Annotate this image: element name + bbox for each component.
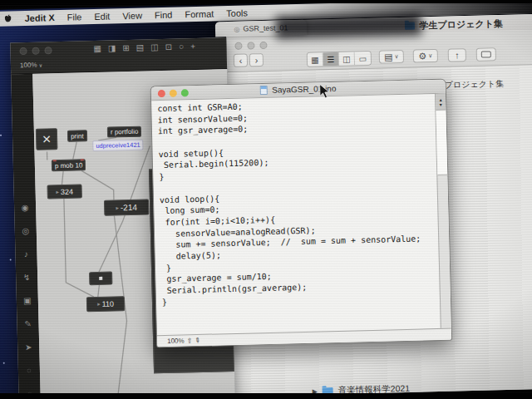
menu-file[interactable]: File — [67, 12, 82, 22]
number-box[interactable]: ▸ 324 — [47, 184, 81, 199]
scroll-arrows[interactable]: ▲ ▼ — [436, 94, 446, 111]
back-icon: ‹ — [239, 56, 242, 66]
edit-icon[interactable]: ✎ — [24, 319, 32, 328]
menu-tools[interactable]: Tools — [226, 7, 248, 18]
forward-button[interactable]: › — [249, 53, 264, 66]
photo-bottom-edge — [0, 393, 532, 399]
code-editor[interactable]: const int GSR=A0; int sensorValue=0; int… — [157, 96, 439, 334]
sphere-icon[interactable]: ◉ — [22, 203, 29, 212]
background-window-titlebar[interactable]: ◎ GSR_test_01 — [215, 20, 307, 37]
desktop-star — [10, 259, 12, 261]
forward-icon: › — [254, 55, 258, 65]
panel-icon[interactable]: ⊡ — [165, 42, 173, 52]
circle-icon[interactable]: ○ — [179, 42, 184, 51]
inlet-dot — [53, 160, 57, 161]
menu-view[interactable]: View — [122, 11, 142, 22]
gear-icon: ⚙ — [418, 51, 426, 62]
zoom-button[interactable] — [259, 42, 267, 49]
image-icon[interactable]: ▣ — [23, 296, 32, 305]
apple-icon[interactable] — [3, 13, 12, 23]
finder-window-controls — [234, 42, 267, 50]
finder-title-text: 学生プロジェクト集 — [419, 17, 503, 32]
menu-app-name[interactable]: Jedit X — [24, 12, 54, 23]
object-text: p mob 10 — [55, 161, 83, 170]
number-value: 324 — [61, 187, 73, 195]
add-object-icon[interactable]: ⊞ — [122, 43, 130, 52]
numbox-triangle-icon: ▸ — [116, 204, 119, 211]
mouse-cursor — [319, 83, 331, 102]
udpreceive-object[interactable]: udpreceive1421 — [92, 140, 144, 151]
back-button[interactable]: ‹ — [234, 53, 248, 66]
desktop-star — [3, 362, 5, 364]
photo-frame: Jedit X File Edit View Find Format Tools… — [0, 0, 532, 399]
close-button[interactable] — [19, 47, 27, 55]
object-icon[interactable]: ◨ — [108, 43, 116, 52]
finder-toolbar: ‹ › ▦ ☰ ◫ ▭ ▤∨ ⚙∨ ↑ — [226, 30, 532, 72]
plus-icon[interactable]: + — [190, 42, 195, 51]
group-menu-button[interactable]: ▤∨ — [379, 50, 404, 64]
object-text: r portfolio — [111, 128, 139, 136]
message-icon[interactable]: ▤ — [136, 43, 145, 52]
audio-icon[interactable]: ♪ — [24, 249, 28, 259]
minimize-button[interactable] — [247, 42, 254, 49]
sync-icon: ⇧ — [186, 337, 192, 344]
patcher-toolbar-icons: ▦ ◨ ⊞ ▤ ◫ ⊡ ○ + — [93, 42, 195, 53]
icon-view-icon: ▦ — [311, 55, 319, 64]
scrollbar-thumb[interactable] — [436, 111, 447, 175]
chevron-down-icon: ∨ — [428, 52, 432, 59]
target-icon[interactable]: ◎ — [22, 226, 29, 235]
numbox-triangle-icon: ▸ — [56, 189, 59, 195]
print-object[interactable]: print — [67, 130, 87, 142]
receive-object[interactable]: r portfolio — [107, 126, 142, 138]
menu-format[interactable]: Format — [185, 8, 214, 19]
object-text: print — [71, 132, 84, 140]
signal-icon[interactable]: ↯ — [23, 273, 31, 282]
icon-view-button[interactable]: ▦ — [308, 52, 323, 66]
document-icon — [260, 86, 268, 95]
dot-icon — [99, 277, 102, 280]
patcher-window-controls — [19, 47, 52, 55]
chevron-down-icon: ∨ — [39, 63, 43, 68]
close-button[interactable] — [234, 42, 242, 50]
small-object[interactable] — [89, 272, 112, 286]
proxy-icon: ◎ — [234, 25, 239, 32]
share-icon: ↑ — [455, 50, 460, 60]
status-zoom-level[interactable]: 100% — [167, 337, 185, 344]
number-box[interactable]: ▸ 110 — [86, 296, 125, 312]
zoom-button[interactable] — [44, 47, 52, 54]
number-value: -214 — [121, 203, 137, 212]
cursor-icon[interactable]: ➤ — [25, 342, 32, 352]
background-window-title: GSR_test_01 — [243, 23, 288, 32]
menu-edit[interactable]: Edit — [94, 12, 110, 22]
column-view-icon: ◫ — [342, 54, 351, 63]
share-button[interactable]: ↑ — [448, 48, 466, 62]
column-view-button[interactable]: ◫ — [339, 52, 355, 65]
tag-icon — [481, 51, 491, 57]
numbox-triangle-icon: ▸ — [97, 301, 101, 308]
editor-window: SayaGSR_01.ino ▲ ▼ const int GSR=A0; int… — [150, 79, 453, 348]
tags-button[interactable] — [476, 47, 496, 62]
pencil-icon: ✎ — [193, 336, 202, 345]
grid-icon[interactable]: ▦ — [93, 44, 101, 53]
list-view-icon: ☰ — [327, 54, 334, 63]
number-value: 110 — [101, 300, 114, 308]
group-icon: ▤ — [384, 52, 393, 62]
scroll-down-icon[interactable]: ▼ — [439, 101, 443, 106]
folder-icon — [405, 22, 415, 30]
object-text: udpreceive1421 — [96, 141, 140, 150]
finder-title: 学生プロジェクト集 — [405, 17, 503, 32]
toggle-object[interactable]: × — [36, 128, 58, 150]
menu-find[interactable]: Find — [155, 10, 173, 21]
action-menu-button[interactable]: ⚙∨ — [413, 49, 438, 63]
dim-circle-icon[interactable]: ○ — [27, 366, 32, 375]
gallery-view-button[interactable]: ▭ — [355, 52, 371, 65]
minimize-button[interactable] — [32, 47, 39, 55]
number-box[interactable]: ▸ -214 — [104, 199, 149, 215]
subpatch-object[interactable]: p mob 10 — [52, 159, 86, 171]
patcher-toolbar: ▦ ◨ ⊞ ▤ ◫ ⊡ ○ + 100% ∨ — [10, 37, 227, 74]
patcher-zoom-control[interactable]: 100% ∨ — [20, 62, 42, 70]
comment-icon[interactable]: ◫ — [150, 42, 159, 52]
chevron-down-icon: ∨ — [394, 53, 398, 60]
gallery-view-icon: ▭ — [359, 53, 367, 62]
list-view-button[interactable]: ☰ — [323, 52, 339, 66]
